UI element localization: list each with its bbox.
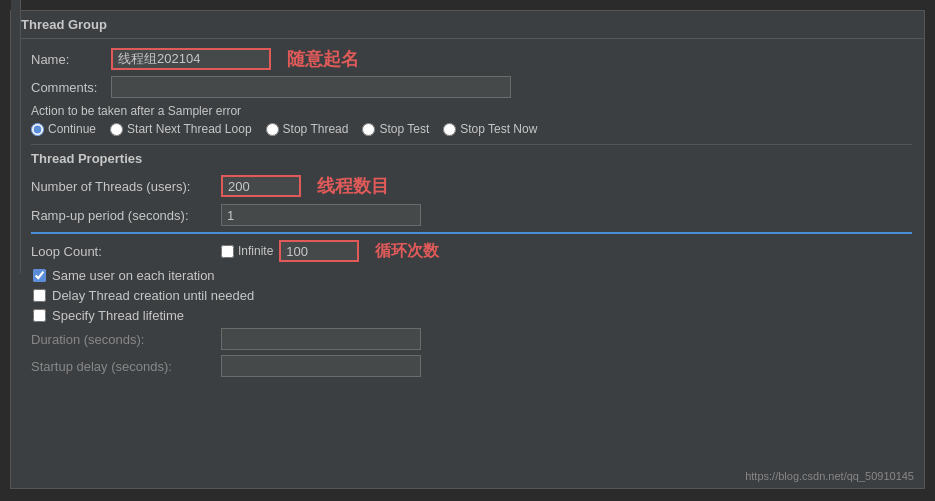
radio-stop-thread[interactable]: Stop Thread xyxy=(266,122,349,136)
radio-stop-test[interactable]: Stop Test xyxy=(362,122,429,136)
same-user-checkbox[interactable] xyxy=(33,269,46,282)
startup-delay-row: Startup delay (seconds): xyxy=(31,355,912,377)
loop-annotation: 循环次数 xyxy=(375,241,439,262)
startup-delay-input[interactable] xyxy=(221,355,421,377)
radio-stop-test-label: Stop Test xyxy=(379,122,429,136)
delay-thread-checkbox[interactable] xyxy=(33,289,46,302)
same-user-row: Same user on each iteration xyxy=(31,268,912,283)
blue-divider xyxy=(31,232,912,234)
name-annotation: 随意起名 xyxy=(287,47,359,71)
rampup-label: Ramp-up period (seconds): xyxy=(31,208,221,223)
name-input[interactable] xyxy=(111,48,271,70)
radio-stop-test-now-label: Stop Test Now xyxy=(460,122,537,136)
panel-title: Thread Group xyxy=(11,11,924,39)
delay-thread-label: Delay Thread creation until needed xyxy=(52,288,254,303)
startup-delay-label: Startup delay (seconds): xyxy=(31,359,221,374)
infinite-checkbox-wrapper[interactable]: Infinite xyxy=(221,244,273,258)
duration-label: Duration (seconds): xyxy=(31,332,221,347)
thread-props-label: Thread Properties xyxy=(31,151,912,166)
radio-stop-thread-label: Stop Thread xyxy=(283,122,349,136)
divider-1 xyxy=(31,144,912,145)
loop-input[interactable] xyxy=(279,240,359,262)
action-radio-group: Continue Start Next Thread Loop Stop Thr… xyxy=(31,122,912,136)
infinite-label: Infinite xyxy=(238,244,273,258)
comments-label: Comments: xyxy=(31,80,111,95)
radio-continue-label: Continue xyxy=(48,122,96,136)
specify-lifetime-row: Specify Thread lifetime xyxy=(31,308,912,323)
infinite-checkbox[interactable] xyxy=(221,245,234,258)
specify-lifetime-checkbox[interactable] xyxy=(33,309,46,322)
bottom-link: https://blog.csdn.net/qq_50910145 xyxy=(745,470,914,482)
threads-annotation: 线程数目 xyxy=(317,174,389,198)
threads-input[interactable] xyxy=(221,175,301,197)
radio-start-next[interactable]: Start Next Thread Loop xyxy=(110,122,252,136)
loop-label: Loop Count: xyxy=(31,244,221,259)
action-section-label: Action to be taken after a Sampler error xyxy=(31,104,912,118)
comments-input[interactable] xyxy=(111,76,511,98)
duration-row: Duration (seconds): xyxy=(31,328,912,350)
sidebar-dots xyxy=(11,0,21,274)
delay-thread-row: Delay Thread creation until needed xyxy=(31,288,912,303)
same-user-label: Same user on each iteration xyxy=(52,268,215,283)
radio-start-next-label: Start Next Thread Loop xyxy=(127,122,252,136)
rampup-input[interactable] xyxy=(221,204,421,226)
name-label: Name: xyxy=(31,52,111,67)
threads-label: Number of Threads (users): xyxy=(31,179,221,194)
radio-continue[interactable]: Continue xyxy=(31,122,96,136)
radio-stop-test-now[interactable]: Stop Test Now xyxy=(443,122,537,136)
specify-lifetime-label: Specify Thread lifetime xyxy=(52,308,184,323)
thread-group-panel: Thread Group Name: 随意起名 Comments: Action… xyxy=(10,10,925,489)
duration-input[interactable] xyxy=(221,328,421,350)
